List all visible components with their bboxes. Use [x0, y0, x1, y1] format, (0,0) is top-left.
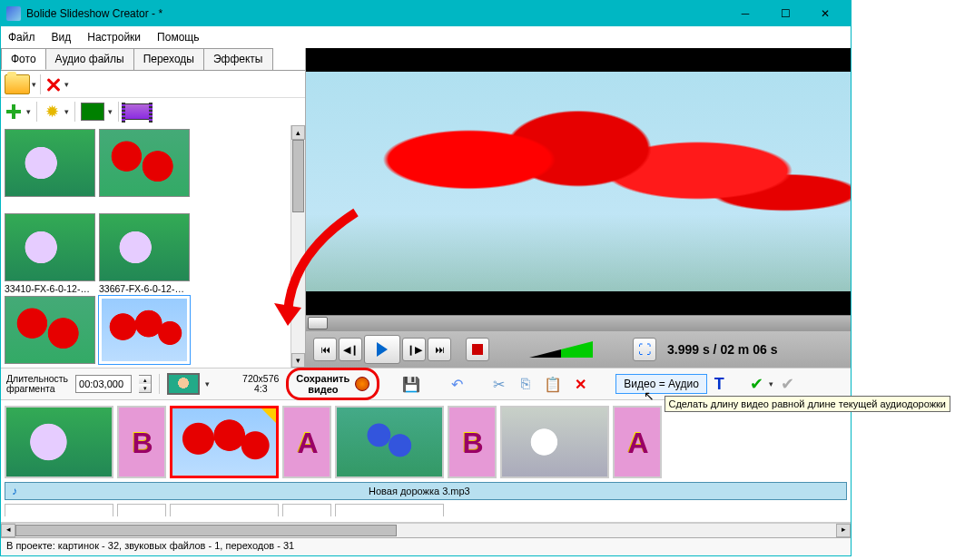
menu-settings[interactable]: Настройки	[87, 31, 141, 44]
scroll-thumb[interactable]	[292, 140, 304, 212]
seek-slider[interactable]	[306, 315, 851, 331]
paste-icon[interactable]: 📋	[543, 374, 563, 394]
thumbnail-image	[5, 129, 95, 197]
tab-effects[interactable]: Эффекты	[203, 48, 273, 70]
status-bar: В проекте: картинок - 32, звуковых файло…	[1, 537, 851, 555]
copy-icon[interactable]: ⎘	[516, 374, 536, 394]
playback-controls: ⏮ ◀❙ ❙▶ ⏭ ⛶ 3.999 s / 02 m 06 s	[306, 331, 851, 368]
text-tool-icon[interactable]: T	[714, 375, 724, 394]
add-icon[interactable]	[5, 103, 23, 121]
play-icon	[377, 342, 388, 357]
titlebar[interactable]: Bolide Slideshow Creator - * ─ ☐ ✕	[1, 1, 851, 26]
timeline-stub	[170, 504, 279, 516]
time-display: 3.999 s / 02 m 06 s	[667, 342, 777, 357]
library-item[interactable]: 33743-FX-6-0-12-…	[5, 296, 95, 368]
close-button[interactable]: ✕	[805, 1, 845, 26]
thumbnail-image	[99, 129, 190, 197]
dogear-icon	[261, 408, 276, 423]
seek-thumb[interactable]	[308, 317, 328, 329]
menu-help[interactable]: Помощь	[157, 31, 199, 44]
color-swatch[interactable]	[81, 103, 104, 121]
timeline-clip-selected[interactable]	[170, 406, 279, 478]
first-frame-button[interactable]: ⏮	[313, 338, 337, 361]
apply-all-icon[interactable]: ✔	[781, 374, 794, 394]
library-tabs: Фото Аудио файлы Переходы Эффекты	[1, 48, 305, 71]
star-icon[interactable]: ✹	[43, 103, 61, 121]
next-frame-button[interactable]: ❙▶	[402, 338, 426, 361]
duration-spinner[interactable]: ▴▾	[139, 375, 152, 393]
scroll-right-icon[interactable]: ▸	[836, 524, 851, 537]
apply-icon[interactable]: ✔	[750, 374, 763, 394]
scroll-down-icon[interactable]: ▾	[291, 353, 305, 368]
main-area: Фото Аудио файлы Переходы Эффекты ▾ ▾ ▾ …	[1, 48, 851, 368]
timeline-transition[interactable]: A	[613, 406, 662, 478]
timeline-clip[interactable]	[500, 406, 609, 478]
scroll-up-icon[interactable]: ▴	[291, 125, 305, 140]
record-icon	[355, 377, 369, 391]
star-dropdown-icon[interactable]: ▾	[64, 107, 69, 116]
menu-view[interactable]: Вид	[52, 31, 72, 44]
cut-icon[interactable]: ✂	[488, 374, 508, 394]
play-button[interactable]	[364, 335, 400, 364]
audio-track-label: Новая дорожка 3.mp3	[24, 486, 846, 496]
separator	[40, 74, 41, 94]
app-icon	[6, 6, 21, 21]
library-item[interactable]	[99, 129, 190, 197]
add-dropdown-icon[interactable]: ▾	[26, 107, 31, 116]
library-item[interactable]	[5, 129, 95, 197]
menu-file[interactable]: Файл	[8, 31, 35, 44]
timeline-transition[interactable]: B	[117, 406, 166, 478]
timeline-stub	[335, 504, 444, 516]
open-folder-icon[interactable]	[5, 74, 30, 94]
last-frame-button[interactable]: ⏭	[428, 338, 451, 361]
prev-frame-button[interactable]: ◀❙	[339, 338, 362, 361]
tab-photo[interactable]: Фото	[1, 48, 46, 70]
library-panel: Фото Аудио файлы Переходы Эффекты ▾ ▾ ▾ …	[1, 48, 306, 368]
stop-button[interactable]	[466, 338, 489, 361]
duration-input[interactable]	[75, 375, 132, 393]
tab-audio[interactable]: Аудио файлы	[45, 48, 134, 70]
thumbnail-image	[99, 296, 190, 364]
video-equals-audio-button[interactable]: Видео = Аудио	[615, 374, 707, 394]
delete-icon[interactable]	[44, 75, 63, 93]
menu-bar: Файл Вид Настройки Помощь	[1, 26, 851, 48]
color-dropdown-icon[interactable]: ▾	[108, 107, 113, 116]
minimize-button[interactable]: ─	[725, 1, 765, 26]
tab-transitions[interactable]: Переходы	[133, 48, 204, 70]
pan-zoom-button[interactable]	[167, 373, 200, 395]
preview-frame	[306, 72, 851, 290]
folder-dropdown-icon[interactable]: ▾	[32, 80, 36, 89]
maximize-button[interactable]: ☐	[765, 1, 805, 26]
undo-icon[interactable]: ↶	[447, 374, 467, 394]
timeline-clip[interactable]	[5, 406, 113, 478]
delete-dropdown-icon[interactable]: ▾	[64, 80, 69, 89]
library-item[interactable]: 33667-FX-6-0-12-…	[99, 213, 190, 294]
timeline-transition[interactable]: A	[282, 406, 331, 478]
timeline-scrollbar[interactable]: ◂ ▸	[1, 523, 851, 537]
library-scrollbar[interactable]: ▴ ▾	[290, 125, 305, 368]
save-project-icon[interactable]: 💾	[401, 374, 421, 394]
thumbnail-image	[5, 296, 95, 364]
window-title: Bolide Slideshow Creator - *	[26, 7, 725, 20]
scroll-thumb[interactable]	[15, 525, 397, 536]
preview-panel: ⏮ ◀❙ ❙▶ ⏭ ⛶ 3.999 s / 02 m 06 s	[306, 48, 851, 368]
timeline-clip[interactable]	[335, 406, 444, 478]
scroll-left-icon[interactable]: ◂	[1, 524, 15, 537]
delete-item-icon[interactable]: ✕	[570, 374, 590, 394]
film-icon[interactable]	[124, 103, 150, 120]
timeline: B A B A ♪ Новая дорожка 3.mp3	[1, 400, 851, 523]
app-window: Bolide Slideshow Creator - * ─ ☐ ✕ Файл …	[0, 0, 852, 556]
main-toolbar: Длительность фрагмента ▴▾ ▾ 720x576 4:3 …	[1, 368, 851, 400]
timeline-stub	[5, 504, 113, 516]
library-item[interactable]: 37055-FX-6-0-12-…	[99, 296, 190, 368]
stop-icon	[472, 344, 483, 355]
library-item[interactable]: 33410-FX-6-0-12-…	[5, 213, 95, 294]
volume-indicator[interactable]	[529, 341, 593, 358]
save-video-button[interactable]: Сохранить видео	[286, 368, 379, 400]
audio-track[interactable]: ♪ Новая дорожка 3.mp3	[5, 482, 847, 500]
thumbnail-image	[5, 213, 95, 281]
total-time: 02 m 06 s	[720, 342, 777, 357]
timeline-transition[interactable]: B	[448, 406, 497, 478]
fullscreen-button[interactable]: ⛶	[633, 338, 656, 361]
thumbnail-label: 33667-FX-6-0-12-…	[99, 281, 190, 294]
